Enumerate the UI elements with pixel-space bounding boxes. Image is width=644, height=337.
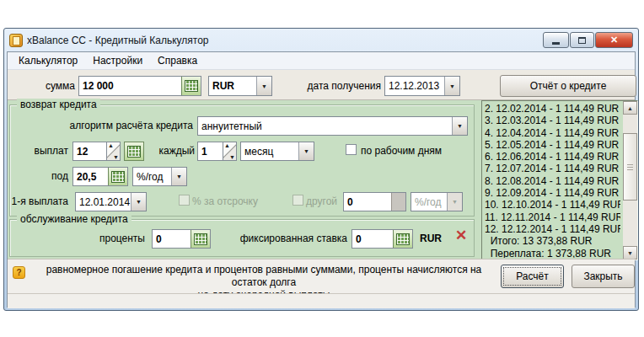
window-title: xBalance CC - Кредитный Калькулятор	[27, 35, 543, 46]
hint-icon: ?	[13, 266, 25, 279]
sum-calculator-button[interactable]	[181, 77, 201, 95]
chevron-down-icon[interactable]: ▼	[171, 168, 186, 185]
list-item[interactable]: 10. 12.10.2014 - 1 114,49 RUR	[485, 199, 620, 211]
fixed-rate-label: фиксированная ставка	[219, 233, 347, 244]
window-controls: ✕	[543, 32, 633, 48]
fixed-rate-edit	[352, 229, 413, 249]
payments-spinner[interactable]: ▲▼	[106, 142, 120, 160]
sum-edit	[78, 76, 201, 96]
list-item[interactable]: 2. 12.02.2014 - 1 114,49 RUR	[485, 103, 620, 115]
other-label: другой	[306, 195, 337, 207]
app-icon	[9, 34, 23, 47]
list-item[interactable]: 7. 12.07.2014 - 1 114,49 RUR	[485, 163, 620, 174]
scroll-up-icon[interactable]: ▲	[623, 101, 637, 115]
fixed-rate-input[interactable]	[352, 230, 393, 248]
percents-label: проценты	[61, 233, 145, 244]
close-icon: ✕	[610, 35, 618, 45]
list-item[interactable]: 5. 12.05.2014 - 1 114,49 RUR	[485, 139, 620, 151]
list-item[interactable]: 9. 12.09.2014 - 1 114,49 RUR	[485, 187, 620, 199]
percents-edit	[152, 229, 211, 249]
close-button[interactable]: ✕	[595, 32, 633, 48]
other-checkbox	[292, 195, 303, 206]
first-payment-value: 12.01.2014	[76, 193, 131, 211]
close-dialog-button[interactable]: Закрыть	[572, 265, 635, 288]
calculate-button[interactable]: Расчёт	[501, 265, 564, 288]
spin-up-icon[interactable]: ▲	[108, 142, 114, 148]
status-bar	[8, 293, 635, 308]
list-item[interactable]: Переплата: 1 373,88 RUR	[485, 248, 620, 258]
spin-down-icon[interactable]: ▼	[229, 154, 235, 160]
other-input	[344, 193, 391, 211]
payments-calculator-button[interactable]	[125, 142, 143, 160]
workdays-checkbox[interactable]	[346, 144, 357, 155]
repayment-groupbox: возврат кредита алгоритм расчёта кредита…	[9, 104, 475, 217]
percents-input[interactable]	[153, 230, 191, 248]
list-item[interactable]: 8. 12.08.2014 - 1 114,49 RUR	[485, 175, 620, 187]
other-unit-value: %/год	[411, 193, 447, 211]
calculator-icon	[127, 146, 141, 158]
list-item[interactable]: 6. 12.06.2014 - 1 114,49 RUR	[485, 151, 620, 163]
delete-icon[interactable]: ✕	[455, 228, 467, 243]
spin-down-icon[interactable]: ▼	[113, 154, 119, 160]
algorithm-label: алгоритм расчёта кредита	[19, 120, 193, 131]
list-item[interactable]: 3. 12.03.2014 - 1 114,49 RUR	[485, 115, 620, 126]
rate-unit-combobox[interactable]: %/год ▼	[132, 167, 187, 186]
currency-combobox[interactable]: RUR ▼	[208, 76, 272, 96]
menu-bar: Калькулятор Настройки Справка	[8, 52, 635, 70]
issue-date-combobox[interactable]: 12.12.2013 ▼	[384, 76, 460, 96]
period-value: месяц	[241, 142, 298, 160]
chevron-down-icon[interactable]: ▼	[131, 193, 146, 211]
every-label: каждый	[145, 145, 195, 157]
percents-calculator-button[interactable]	[191, 230, 210, 248]
every-spinner[interactable]: ▲▼	[223, 142, 236, 160]
algorithm-combobox[interactable]: аннуитетный ▼	[197, 116, 468, 136]
deferral-checkbox	[179, 195, 190, 206]
sum-input[interactable]	[79, 77, 181, 95]
chevron-down-icon[interactable]: ▼	[452, 117, 467, 135]
menu-calculator[interactable]: Калькулятор	[11, 53, 85, 68]
title-bar[interactable]: xBalance CC - Кредитный Калькулятор ✕	[4, 29, 638, 51]
period-combobox[interactable]: месяц ▼	[240, 142, 314, 161]
list-item[interactable]: Итого: 13 373,88 RUR	[485, 235, 620, 247]
list-item[interactable]: 4. 12.04.2014 - 1 114,49 RUR	[485, 127, 620, 139]
list-item[interactable]: 12. 12.12.2014 - 1 114,49 RUR	[485, 223, 620, 235]
minimize-button[interactable]	[543, 32, 569, 48]
sum-label: сумма	[24, 80, 75, 92]
every-input[interactable]	[198, 142, 223, 160]
other-edit	[343, 192, 406, 211]
calculator-icon	[194, 233, 207, 245]
hint-line-1: равномерное погашение кредита и проценто…	[33, 264, 495, 289]
maximize-icon	[578, 37, 586, 44]
payments-input[interactable]	[73, 142, 106, 160]
chevron-down-icon[interactable]: ▼	[256, 77, 271, 95]
scrollbar-thumb[interactable]	[623, 133, 637, 201]
menu-help[interactable]: Справка	[150, 53, 205, 68]
rate-edit	[72, 167, 128, 186]
fixed-rate-calculator-button[interactable]	[393, 230, 412, 248]
spin-up-icon[interactable]: ▲	[224, 142, 230, 148]
calculator-icon	[185, 80, 198, 92]
first-payment-combobox[interactable]: 12.01.2014 ▼	[75, 192, 147, 211]
service-groupbox: обслуживание кредита проценты фиксирован…	[9, 219, 475, 257]
list-item[interactable]: 11. 12.11.2014 - 1 114,49 RUR	[485, 211, 620, 223]
menu-settings[interactable]: Настройки	[85, 53, 150, 68]
algorithm-value: аннуитетный	[198, 117, 452, 135]
scroll-down-icon[interactable]: ▼	[623, 246, 637, 259]
calculator-icon	[111, 171, 125, 183]
scrollbar-grip	[627, 164, 633, 170]
other-unit-combobox: %/год ▼	[411, 192, 463, 211]
fixed-currency-label: RUR	[420, 233, 442, 244]
rate-label: под	[19, 170, 68, 182]
rate-input[interactable]	[73, 168, 108, 185]
payment-schedule-list[interactable]: 2. 12.02.2014 - 1 114,49 RUR3. 12.03.201…	[485, 103, 620, 258]
chevron-down-icon[interactable]: ▼	[298, 142, 314, 160]
scrollbar[interactable]: ▲ ▼	[623, 101, 637, 259]
chevron-down-icon[interactable]: ▼	[444, 77, 459, 95]
calculator-icon	[396, 233, 410, 245]
credit-report-button[interactable]: Отчёт о кредите	[500, 75, 636, 97]
workdays-label[interactable]: по рабочим дням	[361, 145, 442, 157]
client-area: сумма RUR ▼ дата получения 12.12.2013 ▼ …	[8, 70, 635, 307]
maximize-button[interactable]	[570, 32, 594, 48]
rate-calculator-button[interactable]	[108, 168, 127, 185]
rate-unit-value: %/год	[133, 168, 171, 185]
